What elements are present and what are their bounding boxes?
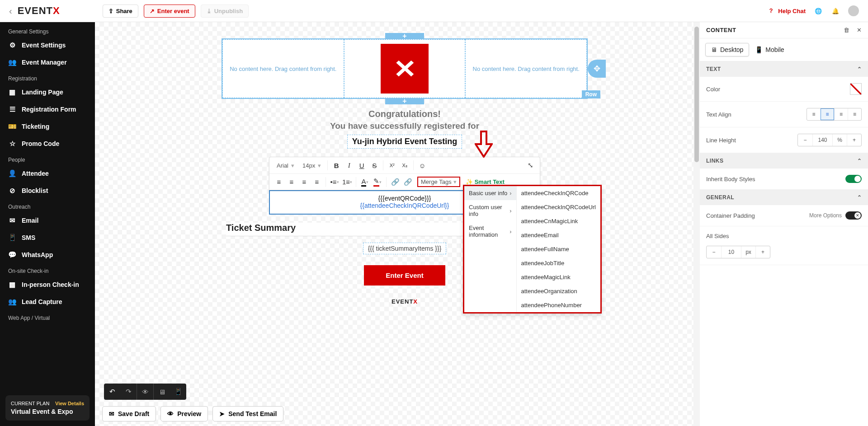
section-links[interactable]: LINKS⌃ [700, 153, 868, 169]
merge-cat-basic[interactable]: Basic user info› [464, 186, 516, 200]
subscript-button[interactable]: X₂ [399, 159, 410, 171]
mobile-view-button[interactable]: 📱 [170, 384, 186, 400]
delete-content-button[interactable]: 🗑 [844, 27, 849, 33]
undo-button[interactable]: ↶ [104, 384, 120, 400]
merge-field[interactable]: attendeeFullName [517, 242, 600, 256]
add-above-button[interactable]: + [385, 33, 424, 39]
drag-handle[interactable]: ✥ [588, 60, 606, 78]
globe-icon[interactable]: 🌐 [814, 6, 823, 15]
merge-field[interactable]: attendeeCnMagicLink [517, 214, 600, 228]
merge-field[interactable]: attendeeCheckInQRCode [517, 186, 600, 200]
align-justify-option[interactable]: ≡ [848, 108, 861, 120]
sidebar-item-landing-page[interactable]: ▦Landing Page [0, 84, 95, 101]
strike-button[interactable]: S [368, 159, 380, 171]
merge-field[interactable]: attendeeJobTitle [517, 256, 600, 270]
font-size-select[interactable]: 14px▾ [299, 161, 325, 170]
increment-button[interactable]: + [847, 134, 861, 146]
promo-icon: ☆ [8, 140, 16, 148]
lead-icon: 👥 [8, 298, 16, 306]
highlight-button[interactable]: ✎▾ [372, 176, 383, 188]
merge-cat-custom[interactable]: Custom user info› [464, 200, 516, 221]
sidebar-item-ticketing[interactable]: 🎫Ticketing [0, 118, 95, 135]
back-button[interactable]: ‹ [9, 6, 12, 16]
decrement-button[interactable]: − [707, 246, 721, 258]
bell-icon[interactable]: 🔔 [831, 6, 840, 15]
align-right-option[interactable]: ≡ [834, 108, 848, 120]
bullet-list-button[interactable]: •≡▾ [329, 176, 340, 188]
italic-button[interactable]: I [343, 159, 355, 171]
collapse-toolbar-button[interactable]: ⤡ [524, 159, 536, 171]
enter-event-cta[interactable]: Enter Event [364, 265, 445, 286]
line-height-input[interactable]: − 140 % + [797, 134, 862, 146]
align-right-button[interactable]: ≡ [298, 176, 310, 188]
sidebar-item-blocklist[interactable]: ⊘Blocklist [0, 182, 95, 199]
enter-event-button[interactable]: ↗ Enter event [144, 5, 195, 18]
align-center-option[interactable]: ≡ [821, 108, 834, 120]
plan-view-details[interactable]: View Details [55, 401, 84, 406]
bold-button[interactable]: B [330, 159, 342, 171]
unpublish-button[interactable]: ⤓ Unpublish [201, 5, 249, 18]
avatar-icon[interactable] [848, 5, 859, 16]
section-general[interactable]: GENERAL⌃ [700, 190, 868, 205]
save-draft-button[interactable]: ✉Save Draft [102, 406, 156, 421]
inherit-toggle[interactable] [845, 175, 862, 183]
empty-cell-left[interactable]: No content here. Drag content from right… [222, 39, 344, 98]
sidebar-item-event-settings[interactable]: ⚙Event Settings [0, 37, 95, 54]
smart-text-button[interactable]: ✨ Smart Text [466, 178, 505, 185]
sidebar-item-registration-form[interactable]: ☰Registration Form [0, 101, 95, 118]
emoji-button[interactable]: ☺ [416, 159, 428, 171]
sidebar-item-inperson-checkin[interactable]: ▩In-person Check-in [0, 276, 95, 293]
desktop-view-button[interactable]: 🖥 [154, 384, 170, 400]
canvas-scrollbar[interactable] [693, 22, 700, 426]
superscript-button[interactable]: X² [386, 159, 398, 171]
sidebar-item-event-manager[interactable]: 👥Event Manager [0, 54, 95, 71]
align-left-button[interactable]: ≡ [273, 176, 285, 188]
ticket-summary-items[interactable]: {{{ ticketSummaryItems }}} [363, 243, 447, 254]
align-justify-button[interactable]: ≡ [311, 176, 323, 188]
add-below-button[interactable]: + [385, 98, 424, 104]
merge-cat-event-info[interactable]: Event information› [464, 221, 516, 242]
tab-mobile[interactable]: 📱Mobile [749, 43, 790, 56]
text-color-button[interactable]: A▾ [359, 176, 371, 188]
redo-button[interactable]: ↷ [120, 384, 137, 400]
text-align-group: ≡ ≡ ≡ ≡ [807, 108, 862, 121]
tab-desktop[interactable]: 🖥Desktop [705, 43, 749, 56]
more-options-toggle[interactable] [845, 211, 862, 220]
number-list-button[interactable]: 1≡▾ [341, 176, 353, 188]
merge-field[interactable]: attendeeCheckInQRCodeUrl [517, 200, 600, 214]
merge-tags-button[interactable]: Merge Tags ▾ [417, 177, 460, 187]
section-text[interactable]: TEXT⌃ [700, 61, 868, 77]
row-logo[interactable]: + No content here. Drag content from rig… [222, 38, 588, 99]
merge-field[interactable]: attendeeOrganization [517, 284, 600, 298]
decrement-button[interactable]: − [798, 134, 812, 146]
underline-button[interactable]: U [356, 159, 368, 171]
increment-button[interactable]: + [755, 246, 770, 258]
canvas[interactable]: + No content here. Drag content from rig… [95, 22, 700, 426]
link-button[interactable]: 🔗 [389, 176, 401, 188]
empty-cell-right[interactable]: No content here. Drag content from right… [465, 39, 587, 98]
logo-cell[interactable]: ✕ [344, 39, 466, 98]
merge-field[interactable]: attendeePhoneNumber [517, 298, 600, 312]
sidebar-item-email[interactable]: ✉Email [0, 212, 95, 229]
share-button[interactable]: ⇪ Share [103, 5, 138, 18]
align-left-option[interactable]: ≡ [807, 108, 821, 120]
sidebar-item-whatsapp[interactable]: 💬WhatsApp [0, 246, 95, 263]
sidebar-item-promo-code[interactable]: ☆Promo Code [0, 135, 95, 152]
align-center-button[interactable]: ≡ [286, 176, 297, 188]
font-family-select[interactable]: Arial▾ [273, 161, 298, 170]
sidebar-item-attendee[interactable]: 👤Attendee [0, 165, 95, 182]
merge-field[interactable]: attendeeMagicLink [517, 270, 600, 284]
color-swatch[interactable] [850, 83, 862, 95]
enter-event-label: Enter event [157, 8, 189, 14]
sidebar-item-lead-capture[interactable]: 👥Lead Capture [0, 293, 95, 310]
help-chat-link[interactable]: ？ Help Chat [766, 6, 806, 15]
merge-field[interactable]: attendeeEmail [517, 228, 600, 242]
sidebar-item-sms[interactable]: 📱SMS [0, 229, 95, 246]
send-test-email-button[interactable]: ➤Send Test Email [212, 406, 283, 421]
event-name-text[interactable]: Yu-jin Hybrid Event Testing [347, 135, 462, 149]
preview-toggle[interactable]: 👁 [137, 384, 153, 400]
all-sides-input[interactable]: − 10 px + [706, 246, 770, 258]
close-panel-button[interactable]: ✕ [857, 27, 862, 33]
unlink-button[interactable]: 🔗̸ [402, 176, 414, 188]
preview-button[interactable]: 👁Preview [160, 406, 208, 421]
